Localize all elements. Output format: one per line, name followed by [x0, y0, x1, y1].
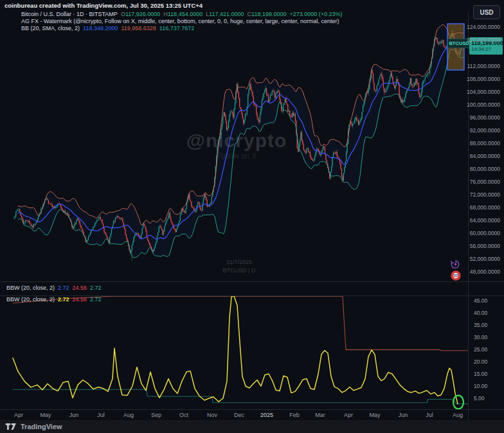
bbw-series-lowest-contraction [13, 389, 468, 403]
bbw-series-highest-expansion [13, 296, 468, 351]
legend-token: BBW (20, close, 2) [6, 285, 55, 291]
time-tick-label: May [369, 412, 380, 418]
legend-token: 116,737.7672 [159, 25, 194, 31]
bbw-tick-label: 20.00 [474, 358, 487, 365]
price-tick-label: 60,000.0000 [470, 230, 500, 236]
bar-countdown: 14:34:27 [471, 46, 491, 52]
time-tick-label: Jul [426, 412, 433, 418]
price-tick-label: 112,000.0000 [467, 63, 500, 69]
price-tick-label: 72,000.0000 [470, 191, 500, 198]
legend-token: H [163, 11, 168, 17]
bbw-pane2-legend-row[interactable]: BBW (20, close, 2)2.7224.562.72 [6, 296, 105, 303]
bbw-chart-canvas[interactable] [0, 296, 468, 409]
watermark-date: 31/7/2025 [226, 259, 252, 265]
price-tick-label: 120,000.0000 [467, 37, 500, 43]
time-tick-label: Apr [344, 412, 353, 418]
price-tick-label: 56,000.0000 [470, 243, 500, 249]
bbw-tick-label: 30.00 [474, 334, 487, 340]
legend-token: AG FX - Watermark (@nicrypto, Follow on … [21, 18, 339, 24]
time-tick-label: Mar [315, 412, 325, 418]
bbw-tick-label: 5.00 [474, 395, 485, 402]
price-tick-label: 88,000.0000 [470, 140, 500, 146]
export-header-title: coinbureau created with TradingView.com,… [4, 2, 203, 9]
price-tick-label: 104,000.0000 [467, 89, 500, 95]
time-tick-label: Dec [234, 412, 244, 418]
price-tick-label: 84,000.0000 [470, 153, 500, 159]
legend-token: 2.72 [90, 296, 102, 303]
time-tick-label: Jun [69, 412, 79, 418]
watermark-follow: Follow on X [217, 152, 257, 161]
legend-token: 2.72 [58, 296, 69, 303]
time-tick-label: Sep [151, 412, 161, 418]
footer-bar: TradingView [0, 420, 504, 433]
price-tick-label: 64,000.0000 [470, 217, 500, 224]
tradingview-chart-window: coinbureau created with TradingView.com,… [0, 0, 504, 433]
price-tick-label: 80,000.0000 [470, 166, 500, 172]
refresh-bolt-icon[interactable] [449, 259, 461, 270]
bbw-tick-label: 10.00 [474, 383, 487, 389]
legend-token: 118,348.2000 [83, 25, 118, 31]
watermark-indicator-legend-row[interactable]: AG FX - Watermark (@nicrypto, Follow on … [21, 18, 343, 25]
bbw-tick-label: 15.00 [474, 371, 487, 377]
time-tick-label: Oct [179, 412, 188, 418]
tradingview-brand-link[interactable]: TradingView [21, 423, 62, 430]
price-tick-label: 124,000.0000 [467, 24, 500, 30]
legend-token: 118,199.0000 [251, 11, 286, 17]
price-axis-separator [468, 12, 469, 420]
bollinger-bands-legend-row[interactable]: BB (20, SMA, close, 2)118,348.2000119,95… [21, 25, 197, 32]
tradingview-logo-icon[interactable] [5, 422, 17, 431]
legend-token: 117,421.0000 [209, 11, 244, 17]
price-tick-label: 96,000.0000 [470, 114, 500, 121]
time-tick-label: May [40, 412, 51, 418]
price-tick-label: 68,000.0000 [470, 204, 500, 211]
watermark-symbol: BTCUSD | D [223, 267, 256, 274]
time-tick-label: Aug [123, 412, 134, 418]
legend-token: 24.56 [73, 296, 87, 303]
price-tick-label: 108,000.0000 [467, 76, 500, 82]
time-tick-label: Aug [453, 412, 463, 418]
watermark-handle: @nicrypto [186, 130, 287, 152]
legend-token: 117,926.0000 [125, 11, 160, 17]
time-tick-label: Apr [14, 412, 23, 418]
pane-separator-1[interactable] [0, 281, 504, 282]
price-tick-label: 48,000.0000 [470, 269, 500, 275]
price-tick-label: 92,000.0000 [470, 127, 500, 134]
bbw-pane1-legend-row[interactable]: BBW (20, close, 2)2.7224.562.72 [6, 285, 105, 292]
legend-token: 2.72 [90, 285, 102, 291]
legend-token: BBW (20, close, 2) [6, 296, 55, 303]
legend-token: O [121, 11, 125, 17]
bbw-tick-label: 35.00 [474, 322, 487, 328]
legend-token: 118,454.0000 [168, 11, 203, 17]
legend-token: 24.56 [73, 285, 87, 291]
time-tick-label: Jul [97, 412, 105, 418]
legend-token: 2.72 [58, 285, 69, 291]
time-tick-label: Nov [207, 412, 217, 418]
time-tick-label: 2025 [260, 412, 273, 418]
price-tick-label: 52,000.0000 [470, 256, 500, 262]
legend-token: Bitcoin / U.S. Dollar · 1D · BITSTAMP [21, 11, 118, 17]
bbw-tick-label: 25.00 [474, 346, 487, 353]
time-tick-label: Feb [289, 412, 300, 418]
time-tick-label: Jun [399, 412, 408, 418]
legend-token: +273.0000 (+0.23%) [289, 11, 342, 17]
time-axis-separator [0, 409, 504, 410]
price-tick-label: 76,000.0000 [470, 179, 500, 185]
price-tick-label: 100,000.0000 [467, 102, 500, 108]
pane-separator-2[interactable] [0, 296, 504, 296]
bbw-tick-label: 40.00 [474, 310, 487, 316]
legend-token: 119,958.6328 [121, 25, 156, 31]
currency-toggle-button[interactable]: USD [473, 5, 500, 19]
bbw-tick-label: 45.00 [474, 297, 487, 304]
red-badge-icon[interactable] [450, 270, 462, 281]
symbol-legend-row[interactable]: Bitcoin / U.S. Dollar · 1D · BITSTAMPO11… [21, 11, 346, 18]
legend-token: BB (20, SMA, close, 2) [21, 25, 80, 31]
